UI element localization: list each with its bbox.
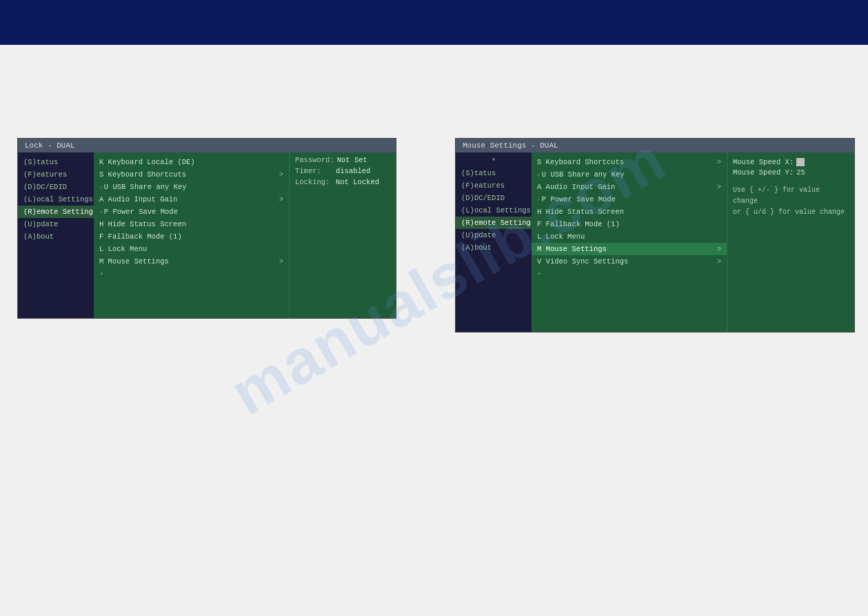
- right-sidebar-item-update[interactable]: (U)pdate: [456, 229, 532, 241]
- sidebar-item-status[interactable]: (S)tatus: [18, 156, 94, 168]
- menu-item-mouse-settings[interactable]: M Mouse Settings >: [94, 255, 289, 268]
- left-panel-title: Lock - DUAL: [18, 139, 396, 152]
- chevron-right-icon: >: [279, 171, 283, 179]
- right-menu-item-audio-input[interactable]: A Audio Input Gain >: [532, 181, 727, 193]
- info-row-locking: Locking: Not Locked: [295, 178, 390, 186]
- dot-icon: ◦: [537, 172, 541, 178]
- menu-item-fallback-mode[interactable]: F Fallback Mode (1): [94, 230, 289, 243]
- sidebar-item-ddc-edid[interactable]: (D)DC/EDID: [18, 181, 94, 193]
- chevron-right-icon: >: [717, 159, 721, 166]
- sidebar-item-remote-settings[interactable]: (R)emote Settings: [18, 206, 94, 218]
- menu-item-hide-status[interactable]: H Hide Status Screen: [94, 218, 289, 230]
- chevron-right-icon: >: [279, 196, 283, 203]
- right-menu-item-power-save[interactable]: ◦P Power Save Mode: [532, 193, 727, 206]
- mouse-info-col: Mouse Speed X: Mouse Speed Y: 25 Use { +…: [727, 152, 854, 332]
- right-sidebar-item-remote-settings[interactable]: (R)emote Settings: [456, 217, 532, 229]
- right-menu-item-lock-menu[interactable]: L Lock Menu: [532, 230, 727, 243]
- chevron-right-icon: >: [279, 258, 283, 266]
- mouse-speed-x-row: Mouse Speed X:: [733, 158, 849, 166]
- info-row-timer: Timer: disabled: [295, 167, 390, 175]
- chevron-right-icon: >: [717, 258, 721, 266]
- dot-icon: ◦: [99, 209, 103, 215]
- sidebar-item-update[interactable]: (U)pdate: [18, 218, 94, 230]
- right-menu-item-hide-status[interactable]: H Hide Status Screen: [532, 206, 727, 218]
- chevron-right-icon: >: [717, 183, 721, 191]
- right-sidebar-item-features[interactable]: (F)eatures: [456, 179, 532, 192]
- info-label-password: Password:: [295, 156, 334, 164]
- right-menu-item-video-sync[interactable]: V Video Sync Settings >: [532, 255, 727, 268]
- right-menu-col: S Keyboard Shortcuts > ◦U USB Share any …: [532, 152, 727, 332]
- help-text-line2: or { u/d } for value change: [733, 207, 849, 218]
- mouse-speed-y-value: 25: [796, 168, 805, 177]
- right-panel: Mouse Settings - DUAL * (S)tatus (F)eatu…: [455, 138, 855, 332]
- menu-item-lock-menu[interactable]: L Lock Menu: [94, 243, 289, 255]
- right-sidebar-item-status[interactable]: (S)tatus: [456, 167, 532, 179]
- mouse-speed-x-box: [796, 158, 805, 166]
- info-value-timer: disabled: [336, 167, 370, 175]
- right-menu-item-fallback-mode[interactable]: F Fallback Mode (1): [532, 218, 727, 230]
- right-panel-body: * (S)tatus (F)eatures (D)DC/EDID (L)ocal…: [456, 152, 854, 332]
- left-menu-col: K Keyboard Locale (DE) S Keyboard Shortc…: [94, 152, 289, 318]
- info-row-password: Password: Not Set: [295, 156, 390, 164]
- top-bar: [0, 0, 868, 45]
- menu-item-keyboard-shortcuts[interactable]: S Keyboard Shortcuts >: [94, 168, 289, 181]
- info-value-locking: Not Locked: [336, 178, 379, 186]
- asterisk-top: *: [456, 156, 532, 167]
- right-sidebar-item-local-settings[interactable]: (L)ocal Settings: [456, 204, 532, 217]
- dot-icon: ◦: [99, 184, 103, 190]
- menu-item-audio-input[interactable]: A Audio Input Gain >: [94, 193, 289, 206]
- left-info-col: Password: Not Set Timer: disabled Lockin…: [289, 152, 396, 318]
- info-value-password: Not Set: [337, 156, 367, 164]
- left-sidebar: (S)tatus (F)eatures (D)DC/EDID (L)ocal S…: [18, 152, 94, 318]
- sidebar-item-about[interactable]: (A)bout: [18, 230, 94, 243]
- right-sidebar: * (S)tatus (F)eatures (D)DC/EDID (L)ocal…: [456, 152, 532, 332]
- sidebar-item-local-settings[interactable]: (L)ocal Settings: [18, 193, 94, 206]
- info-label-locking: Locking:: [295, 178, 333, 186]
- menu-item-usb-share[interactable]: ◦U USB Share any Key: [94, 181, 289, 193]
- right-sidebar-item-about[interactable]: (A)bout: [456, 241, 532, 254]
- info-label-timer: Timer:: [295, 167, 333, 175]
- menu-item-power-save[interactable]: ◦P Power Save Mode: [94, 206, 289, 218]
- help-text-line1: Use { +/- } for value change: [733, 185, 849, 207]
- right-menu-item-usb-share[interactable]: ◦U USB Share any Key: [532, 168, 727, 181]
- mouse-help-text: Use { +/- } for value change or { u/d } …: [733, 185, 849, 218]
- right-menu-item-keyboard-shortcuts[interactable]: S Keyboard Shortcuts >: [532, 156, 727, 168]
- dot-icon: ◦: [537, 197, 541, 203]
- left-panel: Lock - DUAL (S)tatus (F)eatures (D)DC/ED…: [17, 138, 396, 319]
- right-sidebar-item-ddc-edid[interactable]: (D)DC/EDID: [456, 192, 532, 204]
- right-menu-item-dot-bottom: ◦: [532, 268, 727, 280]
- sidebar-item-features[interactable]: (F)eatures: [18, 168, 94, 181]
- right-panel-title: Mouse Settings - DUAL: [456, 139, 854, 152]
- chevron-right-icon: >: [717, 246, 721, 253]
- mouse-speed-y-row: Mouse Speed Y: 25: [733, 168, 849, 177]
- menu-item-keyboard-locale[interactable]: K Keyboard Locale (DE): [94, 156, 289, 168]
- right-menu-item-mouse-settings[interactable]: M Mouse Settings >: [532, 243, 727, 255]
- mouse-speed-y-label: Mouse Speed Y:: [733, 168, 794, 177]
- mouse-speed-x-label: Mouse Speed X:: [733, 158, 794, 166]
- left-panel-body: (S)tatus (F)eatures (D)DC/EDID (L)ocal S…: [18, 152, 396, 318]
- menu-item-dot-bottom: ◦: [94, 268, 289, 280]
